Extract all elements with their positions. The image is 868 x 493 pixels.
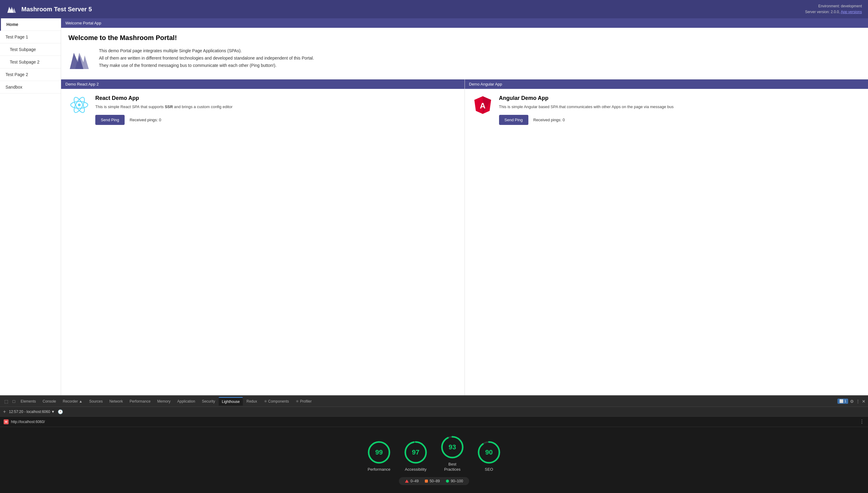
tab-console[interactable]: Console bbox=[40, 398, 59, 405]
devtools-toolbar: + 12:57:20 - localhost:6060 ▼ 🕐 bbox=[0, 407, 868, 416]
angular-app-name: Angular Demo App bbox=[499, 95, 861, 101]
welcome-body: Welcome to the Mashroom Portal! This dem… bbox=[61, 28, 868, 80]
welcome-line-2: All of them are written in different fro… bbox=[99, 55, 314, 62]
score-value-performance: 99 bbox=[375, 448, 383, 456]
angular-app-desc: This is simple Angular based SPA that co… bbox=[499, 104, 861, 110]
score-value-seo: 90 bbox=[485, 448, 493, 456]
tab-elements[interactable]: Elements bbox=[17, 398, 39, 405]
lighthouse-content: 99 Performance 97 Accessibility bbox=[0, 427, 868, 493]
svg-marker-1 bbox=[10, 7, 16, 13]
tab-application[interactable]: Application bbox=[174, 398, 198, 405]
legend-green-label: 90–100 bbox=[451, 479, 463, 483]
devtools-close-icon[interactable]: ✕ bbox=[862, 399, 866, 404]
react-app-info: React Demo App This is simple React SPA … bbox=[95, 95, 457, 125]
legend-red-label: 0–49 bbox=[411, 479, 419, 483]
sidebar-item-test-page-1[interactable]: Test Page 1 bbox=[0, 31, 61, 43]
app-logo bbox=[6, 4, 17, 15]
react-card-header: Demo React App 2 bbox=[61, 80, 464, 89]
legend-red-icon bbox=[405, 479, 409, 483]
main-area: Home Test Page 1 Test Subpage Test Subpa… bbox=[0, 18, 868, 395]
tab-lighthouse[interactable]: Lighthouse bbox=[219, 397, 243, 406]
react-app-name: React Demo App bbox=[95, 95, 457, 101]
angular-ping-count: Received pings: 0 bbox=[533, 117, 565, 122]
devtools-add-icon[interactable]: + bbox=[3, 409, 6, 414]
react-app-card: Demo React App 2 bbox=[61, 80, 465, 395]
tab-profiler[interactable]: ⚛ Profiler bbox=[292, 398, 314, 405]
devtools-more-icon[interactable]: ⋮ bbox=[856, 399, 860, 404]
score-seo: 90 SEO bbox=[477, 440, 501, 472]
app-title: Mashroom Test Server 5 bbox=[21, 6, 92, 13]
sidebar: Home Test Page 1 Test Subpage Test Subpa… bbox=[0, 18, 61, 395]
legend-orange: 50–89 bbox=[425, 479, 440, 483]
tab-components[interactable]: ⚛ Components bbox=[261, 398, 292, 405]
sidebar-item-home[interactable]: Home bbox=[0, 18, 61, 31]
app-header-left: Mashroom Test Server 5 bbox=[6, 4, 92, 15]
sidebar-item-test-subpage-2[interactable]: Test Subpage 2 bbox=[0, 56, 61, 68]
react-ping-count: Received pings: 0 bbox=[130, 117, 161, 122]
content-area: Welcome Portal App Welcome to the Mashro… bbox=[61, 18, 868, 395]
react-card-inner: React Demo App This is simple React SPA … bbox=[68, 95, 457, 125]
tab-memory[interactable]: Memory bbox=[154, 398, 173, 405]
svg-point-7 bbox=[78, 104, 81, 106]
devtools-icon-cursor[interactable]: ⬚ bbox=[2, 399, 10, 404]
sidebar-item-test-subpage[interactable]: Test Subpage bbox=[0, 43, 61, 56]
env-label: Environment: development bbox=[818, 4, 862, 8]
react-card-body: React Demo App This is simple React SPA … bbox=[61, 89, 464, 131]
score-best-practices: 93 Best Practices bbox=[440, 435, 464, 472]
legend-orange-icon bbox=[425, 479, 428, 483]
app-header: Mashroom Test Server 5 Environment: deve… bbox=[0, 0, 868, 18]
devtools-url-bar: M http://localhost:6060/ ⋮ bbox=[0, 416, 868, 427]
angular-card-body: A Angular Demo App This is simple Angula… bbox=[465, 89, 868, 131]
angular-app-card: Demo Angular App A Angular Demo bbox=[465, 80, 868, 395]
app-versions-link[interactable]: App versions bbox=[841, 10, 862, 14]
tab-security[interactable]: Security bbox=[199, 398, 218, 405]
devtools-toolbar-time[interactable]: 12:57:20 - localhost:6060 ▼ bbox=[9, 410, 55, 414]
svg-text:A: A bbox=[480, 101, 485, 110]
welcome-section-header: Welcome Portal App bbox=[61, 18, 868, 28]
tab-redux[interactable]: Redux bbox=[243, 398, 260, 405]
devtools-icon-inspect[interactable]: □ bbox=[11, 399, 17, 404]
score-label-performance: Performance bbox=[368, 467, 390, 472]
server-version: Server version: 2.0.0, bbox=[805, 10, 840, 14]
react-send-ping-button[interactable]: Send Ping bbox=[95, 115, 125, 125]
welcome-line-3: They make use of the frontend messaging … bbox=[99, 62, 314, 69]
legend-green-icon bbox=[446, 479, 449, 483]
score-label-accessibility: Accessibility bbox=[405, 467, 427, 472]
score-label-best-practices: Best Practices bbox=[440, 462, 464, 472]
angular-actions: Send Ping Received pings: 0 bbox=[499, 115, 861, 125]
sidebar-item-sandbox[interactable]: Sandbox bbox=[0, 81, 61, 93]
welcome-content: This demo Portal page integrates multipl… bbox=[68, 47, 861, 73]
legend-green: 90–100 bbox=[446, 479, 463, 483]
devtools-url-more-icon[interactable]: ⋮ bbox=[860, 419, 864, 425]
scores-row: 99 Performance 97 Accessibility bbox=[367, 435, 501, 472]
score-value-best-practices: 93 bbox=[449, 443, 456, 451]
angular-send-ping-button[interactable]: Send Ping bbox=[499, 115, 528, 125]
tab-sources[interactable]: Sources bbox=[86, 398, 106, 405]
react-icon bbox=[68, 95, 90, 115]
react-app-desc: This is simple React SPA that supports S… bbox=[95, 104, 457, 110]
score-circle-best-practices: 93 bbox=[440, 435, 464, 459]
angular-card-header: Demo Angular App bbox=[465, 80, 868, 89]
tab-network[interactable]: Network bbox=[106, 398, 126, 405]
devtools-settings-icon[interactable]: ⚙ bbox=[850, 399, 854, 404]
score-performance: 99 Performance bbox=[367, 440, 391, 472]
tab-recorder[interactable]: Recorder ▲ bbox=[60, 398, 86, 405]
score-circle-performance: 99 bbox=[367, 440, 391, 465]
tab-performance[interactable]: Performance bbox=[127, 398, 154, 405]
score-circle-accessibility: 97 bbox=[404, 440, 428, 465]
sidebar-item-test-page-2[interactable]: Test Page 2 bbox=[0, 68, 61, 81]
react-actions: Send Ping Received pings: 0 bbox=[95, 115, 457, 125]
score-accessibility: 97 Accessibility bbox=[404, 440, 428, 472]
devtools-tabs: ⬚ □ Elements Console Recorder ▲ Sources … bbox=[0, 396, 868, 407]
app-cards: Demo React App 2 bbox=[61, 80, 868, 395]
welcome-section: Welcome Portal App Welcome to the Mashro… bbox=[61, 18, 868, 80]
welcome-title: Welcome to the Mashroom Portal! bbox=[68, 34, 861, 42]
angular-app-info: Angular Demo App This is simple Angular … bbox=[499, 95, 861, 125]
devtools-clock-icon[interactable]: 🕐 bbox=[58, 409, 63, 414]
welcome-text: This demo Portal page integrates multipl… bbox=[99, 47, 314, 69]
welcome-line-1: This demo Portal page integrates multipl… bbox=[99, 47, 314, 55]
angular-card-inner: A Angular Demo App This is simple Angula… bbox=[472, 95, 861, 125]
score-value-accessibility: 97 bbox=[412, 448, 419, 456]
welcome-logo bbox=[68, 47, 93, 73]
devtools-panel: ⬚ □ Elements Console Recorder ▲ Sources … bbox=[0, 395, 868, 493]
